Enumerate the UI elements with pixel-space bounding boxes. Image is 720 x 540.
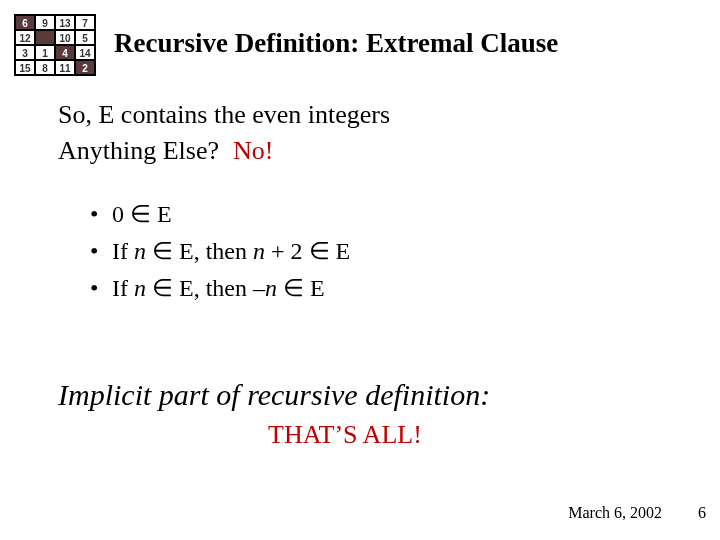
grid-cell: 10 xyxy=(55,30,75,45)
implicit-line: Implicit part of recursive definition: xyxy=(58,378,490,412)
bullet-marker: • xyxy=(90,196,112,233)
text-fragment: E xyxy=(151,201,172,227)
grid-cell: 8 xyxy=(35,60,55,75)
bullet-text: 0 ∈ E xyxy=(112,196,172,233)
thats-all-line: THAT’S ALL! xyxy=(268,420,422,450)
bullet-text: If n ∈ E, then n + 2 ∈ E xyxy=(112,233,350,270)
bullet-text: If n ∈ E, then –n ∈ E xyxy=(112,270,325,307)
grid-cell: 4 xyxy=(55,45,75,60)
text-fragment: 0 xyxy=(112,201,130,227)
footer-page-number: 6 xyxy=(698,504,706,522)
text-fragment: ∈ E xyxy=(277,275,325,301)
text-fragment: If xyxy=(112,275,134,301)
bullet-marker: • xyxy=(90,270,112,307)
grid-cell: 6 xyxy=(15,15,35,30)
text-fragment: ∈ xyxy=(130,201,151,227)
bullet-item: • 0 ∈ E xyxy=(90,196,350,233)
text-fragment: ∈ E, then – xyxy=(146,275,265,301)
grid-cell: 2 xyxy=(75,60,95,75)
grid-cell: 13 xyxy=(55,15,75,30)
text-fragment: + 2 ∈ E xyxy=(265,238,350,264)
text-var: n xyxy=(253,238,265,264)
bullet-list: • 0 ∈ E • If n ∈ E, then n + 2 ∈ E • If … xyxy=(90,196,350,308)
slide: 691371210531414158112 Recursive Definiti… xyxy=(0,0,720,540)
grid-cell: 11 xyxy=(55,60,75,75)
grid-cell: 14 xyxy=(75,45,95,60)
text-var: n xyxy=(265,275,277,301)
grid-cell: 9 xyxy=(35,15,55,30)
text-var: n xyxy=(134,275,146,301)
slide-title: Recursive Definition: Extremal Clause xyxy=(114,28,558,59)
text-var: n xyxy=(134,238,146,264)
footer-date: March 6, 2002 xyxy=(568,504,662,522)
grid-cell: 15 xyxy=(15,60,35,75)
bullet-item: • If n ∈ E, then n + 2 ∈ E xyxy=(90,233,350,270)
grid-cell xyxy=(35,30,55,45)
grid-cell: 3 xyxy=(15,45,35,60)
bullet-marker: • xyxy=(90,233,112,270)
anything-else-answer: No! xyxy=(233,136,273,166)
grid-cell: 7 xyxy=(75,15,95,30)
grid-cell: 12 xyxy=(15,30,35,45)
bullet-item: • If n ∈ E, then –n ∈ E xyxy=(90,270,350,307)
anything-else-question: Anything Else? xyxy=(58,136,219,166)
text-fragment: ∈ E, then xyxy=(146,238,253,264)
grid-cell: 1 xyxy=(35,45,55,60)
grid-cell: 5 xyxy=(75,30,95,45)
anything-else-line: Anything Else? No! xyxy=(58,136,273,166)
contains-line: So, E contains the even integers xyxy=(58,100,390,130)
text-fragment: If xyxy=(112,238,134,264)
puzzle-grid-icon: 691371210531414158112 xyxy=(14,14,96,76)
